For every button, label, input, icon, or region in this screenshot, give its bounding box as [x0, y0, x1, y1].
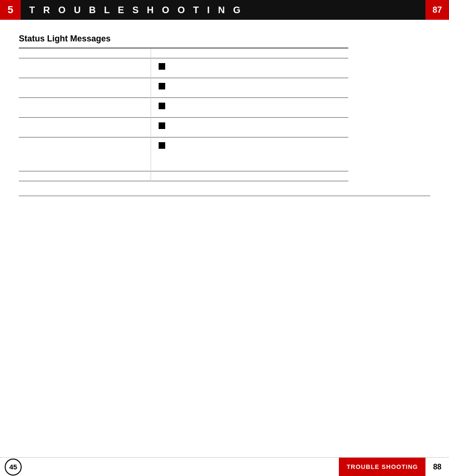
status-indicator — [159, 122, 165, 129]
status-indicator — [159, 142, 165, 149]
status-table — [19, 48, 348, 181]
table-cell-left — [19, 48, 151, 58]
status-indicator — [159, 63, 165, 70]
table-row — [19, 118, 348, 137]
table-cell-right — [151, 118, 348, 137]
table-cell-left — [19, 137, 151, 171]
table-row — [19, 48, 348, 58]
table-row — [19, 171, 348, 181]
table-cell-right — [151, 171, 348, 181]
section-title: Status Light Messages — [19, 34, 430, 44]
footer-bar: 45 TROUBLE SHOOTING 88 — [0, 457, 449, 476]
table-cell-left — [19, 78, 151, 98]
header-bar: 5 T R O U B L E S H O O T I N G 87 — [0, 0, 449, 20]
table-cell-left — [19, 118, 151, 137]
header-page-number: 87 — [425, 0, 449, 20]
header-title: T R O U B L E S H O O T I N G — [21, 5, 425, 16]
table-row — [19, 78, 348, 98]
table-cell-right — [151, 98, 348, 118]
table-row — [19, 137, 348, 171]
table-cell-right — [151, 137, 348, 171]
footer-trouble-shooting-label: TROUBLE SHOOTING — [339, 458, 425, 476]
footer-right: TROUBLE SHOOTING 88 — [339, 458, 449, 476]
table-cell-right — [151, 48, 348, 58]
table-cell-left — [19, 58, 151, 78]
footer-circle-number: 45 — [5, 459, 22, 476]
table-cell-right — [151, 78, 348, 98]
main-content: Status Light Messages — [0, 20, 449, 191]
footer-page-number: 88 — [425, 463, 449, 471]
table-cell-left — [19, 171, 151, 181]
status-indicator — [159, 83, 165, 89]
chapter-number: 5 — [0, 0, 21, 20]
footer-left: 45 — [0, 459, 22, 476]
table-row — [19, 58, 348, 78]
table-row — [19, 98, 348, 118]
bottom-divider — [19, 195, 430, 196]
status-indicator — [159, 103, 165, 109]
table-cell-left — [19, 98, 151, 118]
table-cell-right — [151, 58, 348, 78]
